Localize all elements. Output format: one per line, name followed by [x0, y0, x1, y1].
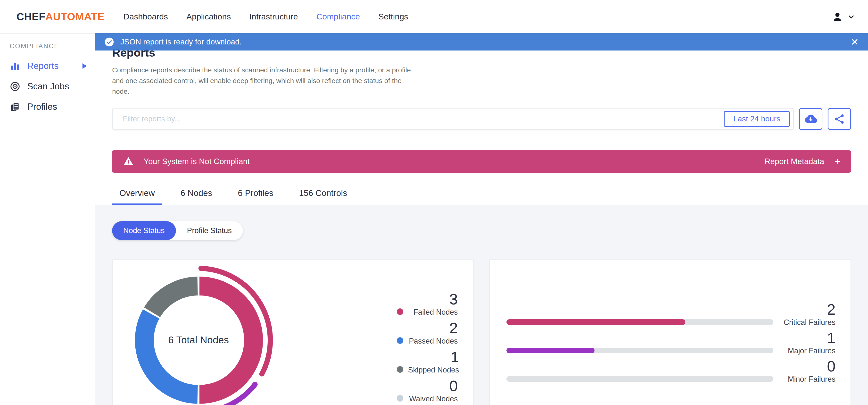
major-failures-track	[506, 348, 774, 353]
nav-item-compliance[interactable]: Compliance	[316, 12, 360, 21]
bar-chart-icon	[10, 61, 20, 71]
minor-failures-row[interactable]: 0 Minor Failures	[506, 358, 836, 384]
reports-header-section: Reports Compliance reports describe the …	[95, 33, 868, 205]
donut-svg	[121, 262, 276, 405]
alert-message: Your System is Not Compliant	[144, 157, 250, 166]
overview-cards: 6 Total Nodes 3 Failed Nodes 2	[112, 259, 851, 405]
failed-count: 3	[449, 291, 458, 307]
sidebar-item-reports[interactable]: Reports	[0, 56, 95, 76]
documents-icon	[10, 102, 20, 112]
logo-automate-text: AUTOMATE	[45, 11, 104, 22]
sidebar-item-profiles[interactable]: Profiles	[0, 97, 95, 117]
critical-failures-fill	[506, 319, 685, 325]
skipped-dot-icon	[397, 366, 403, 373]
passed-count: 2	[449, 320, 458, 336]
critical-failures-track	[506, 319, 774, 325]
time-range-button[interactable]: Last 24 hours	[724, 111, 790, 127]
legend-item-waived[interactable]: 0 Waived Nodes	[397, 378, 458, 403]
notification-message: JSON report is ready for download.	[120, 37, 242, 47]
minor-failures-label: Minor Failures	[788, 375, 835, 384]
report-metadata-toggle[interactable]: Report Metadata +	[765, 156, 840, 167]
sidebar-item-scan-jobs[interactable]: Scan Jobs	[0, 76, 95, 97]
tab-profiles[interactable]: 6 Profiles	[230, 188, 281, 205]
node-status-card: 6 Total Nodes 3 Failed Nodes 2	[112, 259, 474, 405]
filter-reports-input[interactable]	[122, 114, 724, 123]
notification-banner: JSON report is ready for download. ✕	[95, 33, 868, 51]
plus-icon: +	[834, 156, 840, 167]
passed-label: Passed Nodes	[409, 337, 458, 346]
failed-dot-icon	[397, 308, 403, 315]
compliance-sidebar: COMPLIANCE Reports Scan Jobs Profiles	[0, 33, 95, 405]
minor-failures-track	[506, 376, 774, 382]
main-nav: Dashboards Applications Infrastructure C…	[124, 12, 408, 21]
page-description: Compliance reports describe the status o…	[112, 65, 419, 97]
skipped-label: Skipped Nodes	[408, 366, 459, 374]
filter-row: Last 24 hours	[112, 108, 851, 130]
radar-icon	[10, 81, 20, 92]
tab-overview[interactable]: Overview	[112, 188, 162, 205]
nav-item-applications[interactable]: Applications	[186, 12, 231, 21]
node-status-donut-chart[interactable]: 6 Total Nodes	[121, 262, 276, 405]
filter-bar: Last 24 hours	[112, 108, 794, 130]
legend-item-skipped[interactable]: 1 Skipped Nodes	[397, 349, 458, 374]
caret-right-icon	[82, 63, 87, 69]
nav-item-infrastructure[interactable]: Infrastructure	[249, 12, 298, 21]
chef-automate-logo[interactable]: CHEFAUTOMATE	[17, 11, 104, 23]
sidebar-item-label: Reports	[27, 61, 59, 71]
tab-nodes[interactable]: 6 Nodes	[173, 188, 219, 205]
check-circle-icon	[104, 37, 114, 47]
waived-dot-icon	[397, 395, 403, 402]
failed-label: Failed Nodes	[413, 308, 458, 317]
legend-item-passed[interactable]: 2 Passed Nodes	[397, 320, 458, 346]
report-metadata-label: Report Metadata	[765, 157, 824, 166]
legend-item-failed[interactable]: 3 Failed Nodes	[397, 291, 458, 317]
critical-failures-label: Critical Failures	[783, 318, 835, 327]
minor-failures-count: 0	[827, 358, 835, 374]
report-tabs: Overview 6 Nodes 6 Profiles 156 Controls	[112, 188, 851, 205]
waived-label: Waived Nodes	[409, 395, 458, 403]
node-status-legend: 3 Failed Nodes 2 Passed Nodes	[397, 291, 458, 404]
nav-item-settings[interactable]: Settings	[378, 12, 408, 21]
user-menu[interactable]	[832, 11, 856, 23]
failure-severity-chart: 2 Critical Failures 1 Major Failures	[506, 301, 836, 384]
tab-controls[interactable]: 156 Controls	[292, 188, 354, 205]
major-failures-row[interactable]: 1 Major Failures	[506, 330, 836, 355]
chevron-down-icon	[847, 12, 856, 21]
sidebar-section-label: COMPLIANCE	[0, 42, 95, 50]
nav-item-dashboards[interactable]: Dashboards	[124, 12, 168, 21]
status-toggle: Node Status Profile Status	[112, 221, 243, 240]
critical-failures-row[interactable]: 2 Critical Failures	[506, 301, 836, 327]
passed-dot-icon	[397, 337, 403, 344]
major-failures-fill	[506, 348, 594, 353]
failure-severity-card: 2 Critical Failures 1 Major Failures	[490, 259, 851, 405]
profile-status-toggle[interactable]: Profile Status	[176, 221, 243, 240]
waived-count: 0	[449, 378, 458, 394]
download-report-button[interactable]	[799, 108, 823, 130]
major-failures-label: Major Failures	[788, 346, 835, 355]
share-icon	[833, 113, 845, 125]
skipped-count: 1	[451, 349, 459, 365]
close-icon[interactable]: ✕	[850, 37, 859, 47]
critical-failures-count: 2	[827, 301, 835, 317]
warning-triangle-icon	[123, 156, 134, 167]
top-navbar: CHEFAUTOMATE Dashboards Applications Inf…	[0, 0, 868, 33]
major-failures-count: 1	[827, 330, 835, 346]
node-status-toggle[interactable]: Node Status	[112, 221, 176, 240]
overview-section: Node Status Profile Status	[95, 205, 868, 405]
share-report-button[interactable]	[828, 108, 851, 130]
person-icon	[832, 11, 843, 23]
cloud-download-icon	[804, 112, 817, 125]
main-content: JSON report is ready for download. ✕ Rep…	[95, 33, 868, 405]
sidebar-item-label: Scan Jobs	[27, 81, 69, 91]
system-not-compliant-banner: Your System is Not Compliant Report Meta…	[112, 150, 851, 173]
logo-chef-text: CHEF	[17, 11, 45, 22]
sidebar-item-label: Profiles	[27, 102, 57, 112]
